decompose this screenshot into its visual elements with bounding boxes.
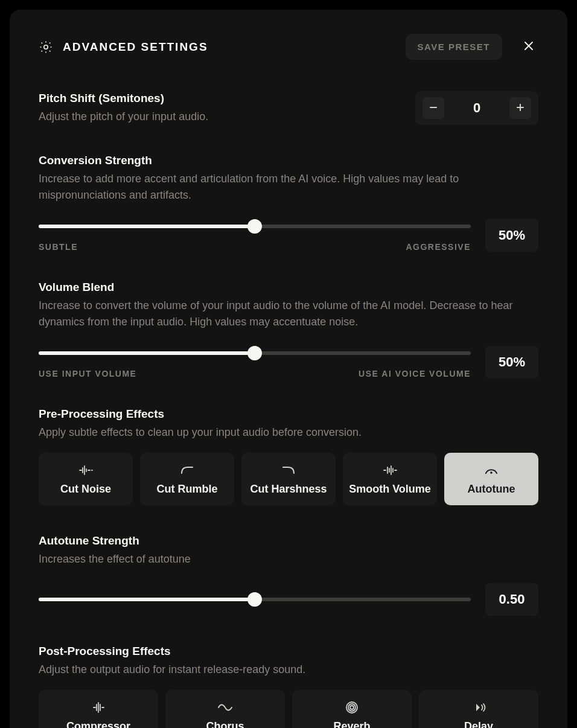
effect-delay[interactable]: Delay	[419, 690, 538, 728]
effect-label: Chorus	[206, 720, 244, 728]
autotune-icon	[483, 464, 500, 477]
pitch-shift-section: Pitch Shift (Semitones) Adjust the pitch…	[39, 91, 538, 125]
close-button[interactable]	[519, 36, 538, 57]
conversion-strength-section: Conversion Strength Increase to add more…	[39, 154, 538, 252]
volume-value: 50%	[485, 346, 538, 378]
volume-fill	[39, 351, 255, 355]
effect-autotune[interactable]: Autotune	[444, 453, 538, 505]
effect-cut-harshness[interactable]: Cut Harshness	[241, 453, 336, 505]
effect-smooth-volume[interactable]: Smooth Volume	[343, 453, 437, 505]
rumble-icon	[179, 464, 196, 477]
autotune-fill	[39, 598, 255, 601]
effect-label: Compressor	[66, 720, 130, 728]
compressor-icon	[90, 701, 107, 714]
svg-point-0	[44, 45, 48, 48]
pitch-decrement-button[interactable]	[422, 97, 444, 119]
page-title: ADVANCED SETTINGS	[63, 40, 396, 54]
effect-label: Cut Rumble	[157, 483, 218, 496]
delay-icon	[470, 701, 487, 714]
pre-processing-section: Pre-Processing Effects Apply subtle effe…	[39, 407, 538, 505]
autotune-slider[interactable]	[39, 592, 471, 607]
autotune-value: 0.50	[485, 583, 538, 616]
conversion-left-label: SUBTLE	[39, 242, 78, 252]
conversion-value: 50%	[485, 219, 538, 252]
save-preset-button[interactable]: SAVE PRESET	[406, 34, 502, 60]
conversion-title: Conversion Strength	[39, 154, 538, 167]
effect-label: Cut Harshness	[250, 483, 327, 496]
pitch-title: Pitch Shift (Semitones)	[39, 92, 401, 105]
volume-blend-section: Volume Blend Increase to convert the vol…	[39, 281, 538, 378]
pitch-desc: Adjust the pitch of your input audio.	[39, 109, 401, 125]
effect-label: Smooth Volume	[349, 483, 431, 496]
volume-left-label: USE INPUT VOLUME	[39, 369, 136, 378]
effect-label: Reverb	[333, 720, 370, 728]
chorus-icon	[217, 701, 234, 714]
gear-icon	[39, 40, 53, 54]
harshness-icon	[280, 464, 297, 477]
panel-header: ADVANCED SETTINGS SAVE PRESET	[39, 34, 538, 60]
pre-effects-row: Cut Noise Cut Rumble Cut Harshness Smoot…	[39, 453, 538, 505]
conversion-slider[interactable]	[39, 219, 471, 234]
close-icon	[523, 45, 535, 54]
pre-title: Pre-Processing Effects	[39, 407, 538, 421]
volume-title: Volume Blend	[39, 281, 538, 294]
conversion-right-label: AGGRESSIVE	[406, 242, 471, 252]
volume-right-label: USE AI VOICE VOLUME	[359, 369, 471, 378]
noise-icon	[77, 464, 94, 477]
volume-slider[interactable]	[39, 346, 471, 360]
conversion-desc: Increase to add more accent and articula…	[39, 171, 538, 203]
autotune-desc: Increases the effect of autotune	[39, 551, 538, 567]
autotune-title: Autotune Strength	[39, 534, 538, 548]
effect-cut-rumble[interactable]: Cut Rumble	[140, 453, 234, 505]
pitch-increment-button[interactable]	[509, 97, 531, 119]
effect-reverb[interactable]: Reverb	[292, 690, 412, 728]
conversion-thumb[interactable]	[247, 219, 262, 234]
svg-point-3	[348, 704, 355, 711]
effect-label: Delay	[464, 720, 493, 728]
post-effects-row: Compressor Chorus Reverb Delay	[39, 690, 538, 728]
autotune-thumb[interactable]	[247, 592, 262, 607]
effect-compressor[interactable]: Compressor	[39, 690, 158, 728]
effect-cut-noise[interactable]: Cut Noise	[39, 453, 133, 505]
minus-icon	[429, 103, 438, 114]
svg-point-1	[490, 471, 493, 474]
effect-chorus[interactable]: Chorus	[165, 690, 285, 728]
post-processing-section: Post-Processing Effects Adjust the outpu…	[39, 645, 538, 728]
reverb-icon	[343, 701, 360, 714]
smooth-volume-icon	[381, 464, 398, 477]
post-desc: Adjust the output audio for instant rele…	[39, 662, 538, 678]
post-title: Post-Processing Effects	[39, 645, 538, 658]
effect-label: Autotune	[468, 483, 515, 496]
conversion-fill	[39, 225, 255, 228]
svg-point-2	[350, 706, 354, 709]
volume-desc: Increase to convert the volume of your i…	[39, 298, 538, 330]
plus-icon	[515, 103, 525, 114]
autotune-strength-section: Autotune Strength Increases the effect o…	[39, 534, 538, 616]
pre-desc: Apply subtle effects to clean up your in…	[39, 424, 538, 441]
pitch-value: 0	[453, 100, 501, 116]
effect-label: Cut Noise	[60, 483, 111, 496]
advanced-settings-panel: ADVANCED SETTINGS SAVE PRESET Pitch Shif…	[10, 10, 567, 728]
volume-thumb[interactable]	[247, 346, 262, 360]
pitch-stepper: 0	[415, 91, 538, 125]
